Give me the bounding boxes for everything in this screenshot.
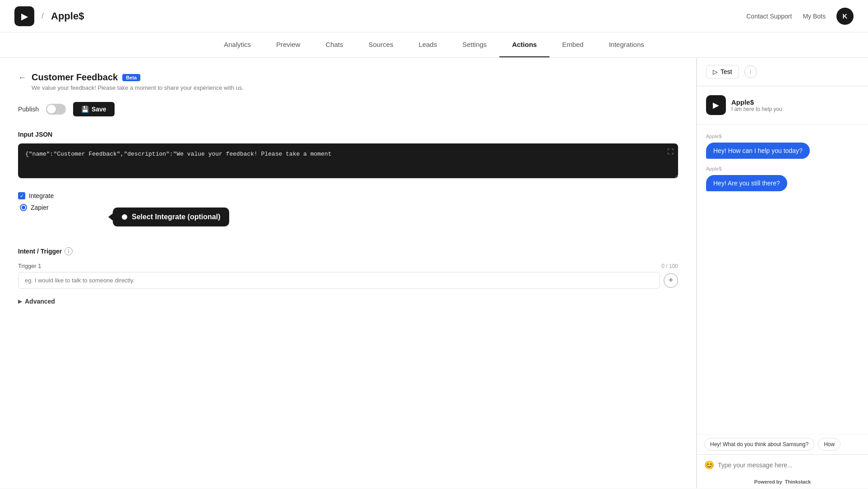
trigger1-header: Trigger 1 0 / 100: [18, 263, 678, 269]
intent-label-row: Intent / Trigger i: [18, 247, 678, 255]
publish-label: Publish: [18, 106, 39, 113]
page-header: ← Customer Feedback Beta We value your f…: [18, 72, 678, 91]
integrate-section: ✓ Integrate Zapier Select Integrate (opt…: [18, 192, 678, 211]
chevron-right-icon: ▶: [18, 298, 22, 304]
nav-item-sources[interactable]: Sources: [356, 32, 406, 57]
message-sender-1: Apple$: [706, 134, 859, 139]
integrate-checkbox[interactable]: ✓: [18, 192, 25, 199]
trigger1-input-row: +: [18, 272, 678, 289]
beta-badge: Beta: [122, 74, 140, 81]
tooltip-arrow: [108, 213, 113, 221]
nav-item-settings[interactable]: Settings: [450, 32, 499, 57]
test-button[interactable]: ▷ Test: [706, 65, 739, 78]
radio-inner: [22, 206, 25, 209]
tooltip-bubble: Select Integrate (optional): [113, 208, 229, 226]
test-button-label: Test: [720, 68, 732, 75]
nav-item-leads[interactable]: Leads: [406, 32, 450, 57]
page-title-text: Customer Feedback: [32, 72, 118, 83]
nav-item-preview[interactable]: Preview: [263, 32, 313, 57]
zapier-label: Zapier: [31, 204, 49, 211]
save-button-label: Save: [92, 106, 106, 113]
play-icon: ▷: [713, 68, 718, 75]
bot-name: Apple$: [731, 98, 782, 106]
chat-messages: Apple$ Hey! How can I help you today? Ap…: [697, 125, 868, 434]
trigger1-section: Trigger 1 0 / 100 +: [18, 263, 678, 289]
message-group-2: Apple$ Hey! Are you still there?: [706, 166, 859, 191]
save-button[interactable]: 💾 Save: [73, 102, 115, 116]
breadcrumb-separator: /: [42, 11, 44, 21]
bot-info: Apple$ I am here to help you: [731, 98, 782, 112]
powered-by-text: Powered by: [754, 479, 782, 484]
intent-info-icon[interactable]: i: [65, 247, 73, 255]
intent-label: Intent / Trigger: [18, 248, 62, 255]
message-bubble-2: Hey! Are you still there?: [706, 175, 787, 191]
suggestion-chip-2[interactable]: How: [818, 438, 840, 451]
chat-suggestions: Hey! What do you think about Samsung? Ho…: [697, 434, 868, 454]
nav-item-embed[interactable]: Embed: [549, 32, 596, 57]
trigger1-count: 0 / 100: [661, 263, 678, 269]
main-layout: ← Customer Feedback Beta We value your f…: [0, 58, 868, 488]
right-panel: ▷ Test i ▶ Apple$ I am here to help you …: [697, 58, 868, 488]
suggestion-chip-1[interactable]: Hey! What do you think about Samsung?: [704, 438, 814, 451]
nav-item-analytics[interactable]: Analytics: [211, 32, 263, 57]
json-textarea[interactable]: {"name":"Customer Feedback","description…: [18, 143, 678, 178]
header: ▶ / Apple$ Contact Support My Bots K: [0, 0, 868, 32]
nav-item-chats[interactable]: Chats: [313, 32, 356, 57]
page-title-block: Customer Feedback Beta We value your fee…: [32, 72, 244, 91]
message-sender-2: Apple$: [706, 166, 859, 171]
zapier-radio[interactable]: [20, 204, 27, 211]
integrate-label: Integrate: [29, 192, 54, 199]
intent-section: Intent / Trigger i Trigger 1 0 / 100 +: [18, 247, 678, 289]
bot-avatar: ▶: [706, 95, 726, 115]
chat-input-row: 😊: [697, 454, 868, 475]
message-bubble-1: Hey! How can I help you today?: [706, 143, 810, 159]
chat-message-input[interactable]: [718, 461, 861, 469]
advanced-row[interactable]: ▶ Advanced: [18, 298, 678, 305]
header-left: ▶ / Apple$: [14, 6, 84, 26]
page-subtitle: We value your feedback! Please take a mo…: [32, 84, 244, 91]
input-json-label: Input JSON: [18, 131, 678, 138]
checkbox-check-icon: ✓: [20, 193, 24, 199]
trigger1-input[interactable]: [18, 272, 660, 289]
trigger1-label: Trigger 1: [18, 263, 42, 269]
nav-item-integrations[interactable]: Integrations: [596, 32, 656, 57]
chat-toolbar: ▷ Test i: [697, 58, 868, 86]
publish-toggle[interactable]: [46, 104, 66, 115]
bot-tagline: I am here to help you: [731, 106, 782, 112]
header-right: Contact Support My Bots K: [746, 8, 854, 25]
emoji-icon[interactable]: 😊: [704, 460, 714, 470]
left-panel: ← Customer Feedback Beta We value your f…: [0, 58, 697, 488]
chat-info-button[interactable]: i: [744, 65, 757, 78]
bullet-icon: [122, 214, 127, 220]
chat-bot-header: ▶ Apple$ I am here to help you: [697, 86, 868, 125]
nav-item-actions[interactable]: Actions: [499, 32, 549, 57]
publish-row: Publish 💾 Save: [18, 102, 678, 116]
powered-by: Powered by Thinkstack: [697, 475, 868, 488]
json-wrapper: {"name":"Customer Feedback","description…: [18, 143, 678, 180]
integrate-row: ✓ Integrate: [18, 192, 678, 199]
main-nav: Analytics Preview Chats Sources Leads Se…: [0, 32, 868, 58]
app-name: Apple$: [51, 10, 84, 22]
advanced-label: Advanced: [25, 298, 55, 305]
save-icon: 💾: [81, 106, 89, 113]
add-trigger-button[interactable]: +: [664, 273, 678, 288]
tooltip-text: Select Integrate (optional): [132, 213, 220, 221]
back-button[interactable]: ←: [18, 73, 26, 83]
toggle-knob: [47, 105, 56, 114]
expand-icon[interactable]: ⛶: [667, 148, 674, 155]
page-title: Customer Feedback Beta: [32, 72, 244, 83]
my-bots-link[interactable]: My Bots: [803, 13, 826, 20]
avatar[interactable]: K: [836, 8, 854, 25]
message-group-1: Apple$ Hey! How can I help you today?: [706, 134, 859, 159]
contact-support-link[interactable]: Contact Support: [746, 13, 792, 20]
powered-by-brand: Thinkstack: [785, 479, 811, 484]
logo-icon[interactable]: ▶: [14, 6, 34, 26]
